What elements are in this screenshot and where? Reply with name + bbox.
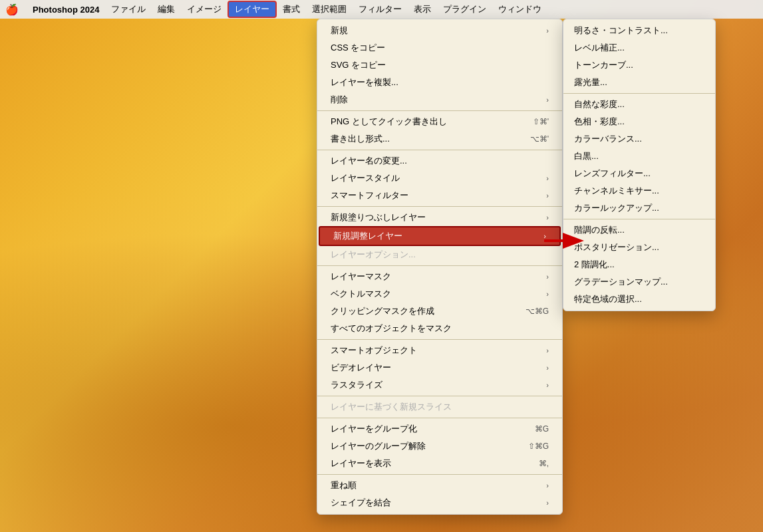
menubar-item-plugins[interactable]: プラグイン	[437, 2, 492, 17]
menu-item-export-format[interactable]: 書き出し形式... ⌥⌘'	[317, 130, 562, 148]
sub-menu-item-levels[interactable]: レベル補正...	[563, 39, 715, 57]
menu-item-video-layer[interactable]: ビデオレイヤー ›	[317, 359, 562, 376]
menubar-item-file[interactable]: ファイル	[105, 2, 152, 17]
separator-3	[317, 206, 562, 207]
arrow-icon: ›	[546, 213, 549, 221]
menu-item-new-fill-layer[interactable]: 新規塗りつぶしレイヤー ›	[317, 209, 562, 226]
menu-item-layer-mask[interactable]: レイヤーマスク ›	[317, 268, 562, 285]
arrow-icon: ›	[546, 364, 549, 372]
menu-item-ungroup-layers[interactable]: レイヤーのグループ解除 ⇧⌘G	[317, 438, 562, 455]
separator-1	[317, 110, 562, 111]
menu-item-layer-style[interactable]: レイヤースタイル ›	[317, 170, 562, 187]
menubar-item-layer[interactable]: レイヤー	[228, 1, 277, 18]
menu-item-mask-all[interactable]: すべてのオブジェクトをマスク	[317, 320, 562, 337]
shortcut-group-layers: ⌘G	[535, 424, 549, 434]
menu-item-copy-css[interactable]: CSS をコピー	[317, 39, 562, 57]
menu-item-rename-layer[interactable]: レイヤー名の変更...	[317, 152, 562, 170]
separator-4	[317, 265, 562, 266]
menu-item-new-slice: レイヤーに基づく新規スライス	[317, 398, 562, 416]
separator-8	[317, 474, 562, 475]
arrow-icon: ›	[546, 290, 549, 298]
arrow-icon: ›	[546, 27, 549, 35]
menu-item-smart-object[interactable]: スマートオブジェクト ›	[317, 342, 562, 359]
sub-menu-item-selective-color[interactable]: 特定色域の選択...	[563, 291, 715, 308]
separator-2	[317, 150, 562, 150]
sub-menu-item-gradient-map[interactable]: グラデーションマップ...	[563, 273, 715, 291]
arrow-icon: ›	[546, 499, 549, 507]
layer-dropdown-menu: 新規 › CSS をコピー SVG をコピー レイヤーを複製... 削除 › P…	[317, 19, 563, 515]
menu-item-new[interactable]: 新規 ›	[317, 22, 562, 39]
sub-menu-item-color-lookup[interactable]: カラールックアップ...	[563, 200, 715, 217]
menu-item-rasterize[interactable]: ラスタライズ ›	[317, 376, 562, 394]
menu-item-clipping-mask[interactable]: クリッピングマスクを作成 ⌥⌘G	[317, 303, 562, 320]
sub-menu-item-color-balance[interactable]: カラーバランス...	[563, 130, 715, 148]
adjustment-submenu: 明るさ・コントラスト... レベル補正... トーンカーブ... 露光量... …	[563, 19, 716, 311]
menu-item-duplicate-layer[interactable]: レイヤーを複製...	[317, 74, 562, 91]
sub-menu-item-channel-mixer[interactable]: チャンネルミキサー...	[563, 182, 715, 200]
menu-item-smart-filter[interactable]: スマートフィルター ›	[317, 187, 562, 204]
menubar-item-image[interactable]: イメージ	[181, 2, 228, 17]
arrow-icon: ›	[546, 381, 549, 389]
menu-item-vector-mask[interactable]: ベクトルマスク ›	[317, 285, 562, 303]
sub-menu-item-curves[interactable]: トーンカーブ...	[563, 57, 715, 74]
shortcut-clipping-mask: ⌥⌘G	[526, 307, 549, 316]
sub-menu-item-threshold[interactable]: 2 階調化...	[563, 256, 715, 273]
sub-menu-item-exposure[interactable]: 露光量...	[563, 74, 715, 91]
menubar-item-window[interactable]: ウィンドウ	[492, 2, 547, 17]
menubar: 🍎 Photoshop 2024 ファイル 編集 イメージ レイヤー 書式 選択…	[0, 0, 763, 19]
arrow-icon: ›	[546, 346, 549, 354]
arrow-icon: ›	[546, 192, 549, 200]
menubar-item-type[interactable]: 書式	[277, 2, 306, 17]
menu-item-group-layers[interactable]: レイヤーをグループ化 ⌘G	[317, 420, 562, 438]
arrow-icon: ›	[546, 481, 549, 489]
shortcut-show-layers: ⌘,	[539, 459, 549, 468]
menu-item-delete[interactable]: 削除 ›	[317, 91, 562, 108]
shortcut-export-format: ⌥⌘'	[530, 134, 549, 144]
sub-menu-item-photo-filter[interactable]: レンズフィルター...	[563, 165, 715, 182]
menu-item-flatten-shapes[interactable]: シェイプを結合 ›	[317, 494, 562, 511]
menubar-item-select[interactable]: 選択範囲	[306, 2, 353, 17]
sub-separator-2	[563, 219, 715, 219]
shortcut-ungroup-layers: ⇧⌘G	[528, 442, 549, 451]
menubar-app-name[interactable]: Photoshop 2024	[27, 3, 105, 16]
separator-7	[317, 418, 562, 418]
apple-icon[interactable]: 🍎	[5, 3, 19, 16]
arrow-icon: ›	[546, 273, 549, 281]
sub-menu-item-invert[interactable]: 階調の反転...	[563, 221, 715, 239]
sub-menu-item-hue-saturation[interactable]: 色相・彩度...	[563, 113, 715, 130]
menu-item-copy-svg[interactable]: SVG をコピー	[317, 57, 562, 74]
menubar-item-view[interactable]: 表示	[408, 2, 437, 17]
sub-menu-item-vibrance[interactable]: 自然な彩度...	[563, 96, 715, 113]
sub-menu-item-black-white[interactable]: 白黒...	[563, 148, 715, 165]
sub-menu-item-brightness-contrast[interactable]: 明るさ・コントラスト...	[563, 22, 715, 39]
sub-separator-1	[563, 93, 715, 94]
red-arrow	[544, 227, 584, 256]
menu-item-show-layers[interactable]: レイヤーを表示 ⌘,	[317, 455, 562, 472]
arrow-icon: ›	[546, 174, 549, 182]
sub-menu-item-posterize[interactable]: ポスタリゼーション...	[563, 239, 715, 256]
menu-item-arrange[interactable]: 重ね順 ›	[317, 477, 562, 494]
menu-item-new-adjustment-layer[interactable]: 新規調整レイヤー ›	[319, 226, 561, 246]
menu-item-layer-options: レイヤーオプション...	[317, 246, 562, 263]
arrow-icon: ›	[546, 96, 549, 104]
menu-item-export-png[interactable]: PNG としてクイック書き出し ⇧⌘'	[317, 113, 562, 130]
menubar-item-filter[interactable]: フィルター	[353, 2, 408, 17]
menubar-item-edit[interactable]: 編集	[152, 2, 181, 17]
separator-6	[317, 396, 562, 396]
shortcut-export-png: ⇧⌘'	[533, 117, 549, 126]
separator-5	[317, 339, 562, 340]
